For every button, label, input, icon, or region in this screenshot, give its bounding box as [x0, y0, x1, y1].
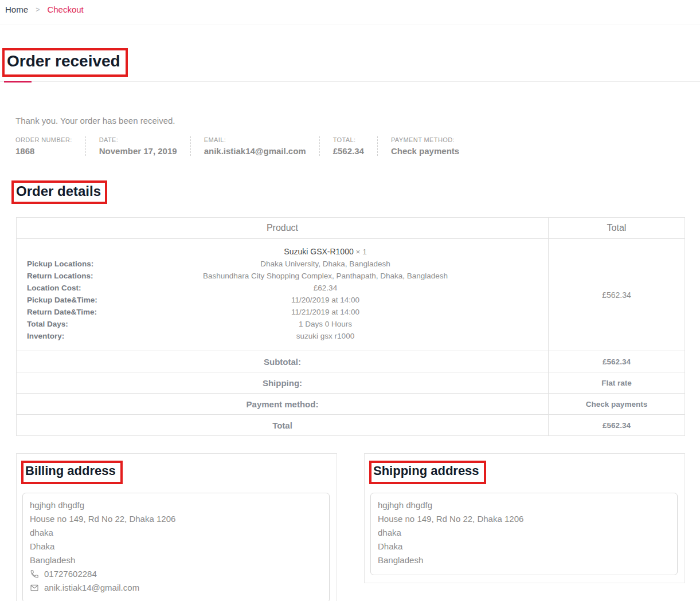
thank-you-message: Thank you. Your order has been received. [15, 116, 700, 125]
shipping-country: Bangladesh [378, 553, 670, 567]
summary-label: Subtotal: [17, 351, 549, 372]
order-meta-date: DATE: November 17, 2019 [85, 136, 190, 156]
billing-state: Dhaka [30, 540, 322, 553]
billing-country: Bangladesh [30, 553, 322, 567]
summary-label: Shipping: [17, 372, 549, 393]
shipping-city: dhaka [378, 526, 670, 540]
attribute-value: 11/20/2019 at 14:00 [103, 294, 548, 306]
annotation-box-order-received: Order received [2, 48, 128, 77]
attribute-value: 1 Days 0 Hours [103, 318, 548, 330]
breadcrumb-home-link[interactable]: Home [5, 5, 28, 14]
shipping-address-section: Shipping address hgjhgh dhgdfg House no … [364, 453, 685, 583]
attribute-label: Location Cost: [17, 282, 103, 294]
column-header-product: Product [17, 218, 549, 238]
order-item-product-cell: Suzuki GSX-R1000 × 1 Pickup Locations: D… [17, 239, 549, 351]
billing-phone: 01727602284 [44, 567, 97, 581]
item-attribute-row: Pickup Date&Time: 11/20/2019 at 14:00 [17, 294, 548, 306]
breadcrumb-current: Checkout [47, 5, 83, 14]
order-meta-value: anik.istiak14@gmail.com [204, 146, 306, 156]
order-meta-total: TOTAL: £562.34 [319, 136, 377, 156]
attribute-value: Bashundhara City Shopping Complex, Panth… [103, 270, 548, 282]
order-meta-label: TOTAL: [333, 136, 364, 143]
attribute-value: 11/21/2019 at 14:00 [103, 306, 548, 318]
attribute-label: Return Locations: [17, 270, 103, 282]
table-header-row: Product Total [17, 218, 685, 238]
breadcrumb-separator: > [36, 6, 40, 14]
order-meta-value: 1868 [15, 146, 72, 156]
attribute-label: Inventory: [17, 330, 103, 342]
page-title: Order received [7, 52, 120, 71]
phone-icon [30, 569, 39, 579]
billing-phone-line: 01727602284 [30, 567, 322, 581]
shipping-address-card: hgjhgh dhgdfg House no 149, Rd No 22, Dh… [370, 493, 678, 575]
order-meta-value: Check payments [391, 146, 459, 156]
order-meta-strip: ORDER NUMBER: 1868 DATE: November 17, 20… [15, 136, 700, 156]
summary-value: Check payments [549, 394, 685, 414]
billing-name: hgjhgh dhgdfg [30, 498, 322, 512]
item-attribute-row: Inventory: suzuki gsx r1000 [17, 330, 548, 342]
order-details-title: Order details [16, 183, 101, 200]
order-meta-label: PAYMENT METHOD: [391, 136, 459, 143]
order-details-table: Product Total Suzuki GSX-R1000 × 1 Picku… [16, 217, 685, 436]
attribute-label: Total Days: [17, 318, 103, 330]
shipping-name: hgjhgh dhgdfg [378, 498, 670, 512]
summary-row-subtotal: Subtotal: £562.34 [17, 351, 685, 372]
attribute-value: £62.34 [103, 282, 548, 294]
billing-city: dhaka [30, 526, 322, 540]
order-meta-label: ORDER NUMBER: [15, 136, 72, 143]
billing-email-line: anik.istiak14@gmail.com [30, 581, 322, 595]
summary-row-shipping: Shipping: Flat rate [17, 372, 685, 393]
shipping-state: Dhaka [378, 540, 670, 553]
order-meta-number: ORDER NUMBER: 1868 [15, 136, 85, 156]
product-quantity: × 1 [356, 248, 367, 256]
breadcrumb: Home > Checkout [0, 0, 700, 25]
attribute-value: Dhaka University, Dhaka, Bangladesh [103, 258, 548, 270]
item-attribute-row: Total Days: 1 Days 0 Hours [17, 318, 548, 330]
order-meta-value: November 17, 2019 [99, 146, 177, 156]
order-meta-value: £562.34 [333, 146, 364, 156]
billing-street: House no 149, Rd No 22, Dhaka 1206 [30, 512, 322, 526]
billing-address-card: hgjhgh dhgdfg House no 149, Rd No 22, Dh… [22, 493, 330, 601]
order-meta-payment-method: PAYMENT METHOD: Check payments [377, 136, 472, 156]
summary-label: Total [17, 415, 549, 435]
order-meta-label: EMAIL: [204, 136, 306, 143]
item-attribute-row: Location Cost: £62.34 [17, 282, 548, 294]
shipping-street: House no 149, Rd No 22, Dhaka 1206 [378, 512, 670, 526]
attribute-label: Return Date&Time: [17, 306, 103, 318]
annotation-box-billing-address: Billing address [21, 461, 123, 484]
billing-address-title: Billing address [25, 463, 116, 478]
summary-value: £562.34 [549, 415, 685, 435]
annotation-box-shipping-address: Shipping address [369, 461, 486, 484]
annotation-box-order-details: Order details [11, 180, 107, 205]
product-name-link[interactable]: Suzuki GSX-R1000 [284, 247, 353, 256]
summary-label: Payment method: [17, 394, 549, 414]
order-meta-label: DATE: [99, 136, 177, 143]
billing-address-section: Billing address hgjhgh dhgdfg House no 1… [16, 453, 337, 601]
title-accent-underline [0, 81, 700, 82]
order-item-name-line: Suzuki GSX-R1000 × 1 [17, 246, 548, 258]
summary-value: Flat rate [549, 372, 685, 393]
billing-email: anik.istiak14@gmail.com [44, 581, 139, 595]
item-attribute-row: Return Date&Time: 11/21/2019 at 14:00 [17, 306, 548, 318]
order-item-total: £562.34 [549, 239, 685, 351]
attribute-label: Pickup Locations: [17, 258, 103, 270]
item-attribute-row: Return Locations: Bashundhara City Shopp… [17, 270, 548, 282]
column-header-total: Total [549, 218, 685, 238]
attribute-label: Pickup Date&Time: [17, 294, 103, 306]
order-meta-email: EMAIL: anik.istiak14@gmail.com [190, 136, 319, 156]
envelope-icon [30, 583, 39, 592]
summary-row-payment-method: Payment method: Check payments [17, 393, 685, 414]
item-attribute-row: Pickup Locations: Dhaka University, Dhak… [17, 258, 548, 270]
summary-row-total: Total £562.34 [17, 414, 685, 435]
summary-value: £562.34 [549, 351, 685, 372]
order-item-row: Suzuki GSX-R1000 × 1 Pickup Locations: D… [17, 238, 685, 351]
attribute-value: suzuki gsx r1000 [103, 330, 548, 342]
shipping-address-title: Shipping address [373, 463, 479, 478]
